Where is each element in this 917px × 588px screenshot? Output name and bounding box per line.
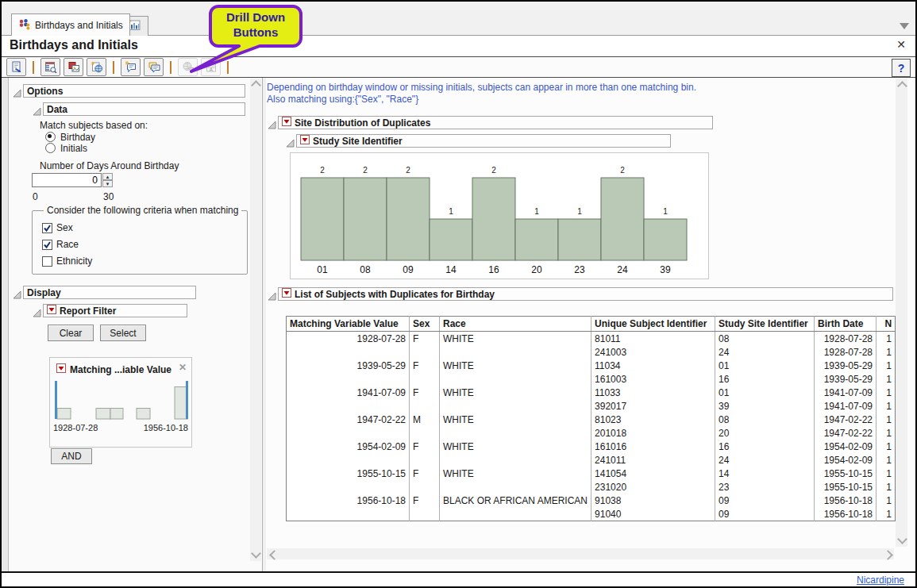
svg-text:1: 1: [449, 207, 453, 216]
right-panel-vscrollbar[interactable]: [896, 79, 907, 547]
workspace-menu-arrow-icon[interactable]: [900, 23, 909, 29]
table-row[interactable]: 1956-10-18FBLACK OR AFRICAN AMERICAN9103…: [287, 494, 896, 507]
outline-options[interactable]: Options: [23, 84, 245, 98]
table-row[interactable]: 1947-02-22MWHITE81023081947-02-221: [287, 413, 896, 426]
col-header-unique-subject-identifier[interactable]: Unique Subject Identifier: [591, 317, 715, 332]
checkbox-label: Ethnicity: [56, 256, 92, 267]
table-cell: 91040: [591, 507, 715, 521]
scroll-down-icon[interactable]: [251, 548, 261, 559]
table-row[interactable]: 241003241928-07-281: [287, 345, 896, 359]
collapse-triangle-icon[interactable]: [286, 136, 295, 145]
clear-button[interactable]: Clear: [48, 325, 94, 341]
and-button[interactable]: AND: [51, 448, 92, 464]
table-cell: 1: [877, 494, 896, 507]
outline-list-of-subjects[interactable]: List of Subjects with Duplicates for Bir…: [278, 287, 893, 301]
right-panel-hscrollbar[interactable]: [267, 548, 894, 559]
col-header-matching-variable-value[interactable]: Matching Variable Value: [287, 317, 410, 332]
remove-filter-icon[interactable]: ✕: [179, 362, 187, 373]
checkbox-ethnicity[interactable]: Ethnicity: [42, 256, 247, 266]
spinner-up-icon[interactable]: ▲: [102, 173, 113, 180]
table-row[interactable]: 201018201947-02-221: [287, 426, 896, 440]
table-cell: [410, 399, 440, 413]
red-triangle-menu-icon[interactable]: [47, 305, 56, 317]
checkbox-label: Race: [56, 239, 79, 250]
table-cell: 1956-10-18: [287, 494, 410, 507]
scroll-left-icon[interactable]: [269, 550, 279, 560]
days-min-label: 0: [33, 191, 38, 202]
scroll-right-icon[interactable]: [883, 550, 893, 560]
table-row[interactable]: 1954-02-09FWHITE161016161954-02-091: [287, 440, 896, 453]
collapse-triangle-icon[interactable]: [33, 306, 41, 315]
help-button[interactable]: ?: [892, 59, 911, 77]
red-triangle-menu-icon[interactable]: [282, 117, 291, 129]
drill-down-filter-icon[interactable]: [178, 58, 198, 76]
col-header-study-site-identifier[interactable]: Study Site Identifier: [715, 317, 815, 332]
outline-study-site-identifier[interactable]: Study Site Identifier: [296, 134, 671, 148]
checkbox-icon[interactable]: [42, 240, 52, 249]
checkbox-icon[interactable]: [42, 223, 52, 233]
add-note-icon[interactable]: [121, 58, 141, 76]
report-view-icon[interactable]: [40, 58, 60, 76]
collapse-triangle-icon[interactable]: [33, 105, 41, 113]
checkbox-sex[interactable]: Sex: [42, 222, 247, 233]
scroll-up-icon[interactable]: [897, 81, 907, 91]
table-cell: 1: [877, 345, 896, 359]
radio-label: Initials: [60, 143, 87, 154]
red-triangle-menu-icon[interactable]: [300, 135, 310, 147]
table-cell: F: [410, 440, 440, 453]
publish-icon[interactable]: [87, 58, 106, 76]
selection-handle: [186, 381, 188, 419]
radio-icon[interactable]: [45, 132, 56, 142]
table-row[interactable]: 1955-10-15FWHITE141054141955-10-151: [287, 467, 896, 480]
table-row[interactable]: 231020231955-10-151: [287, 480, 896, 494]
table-cell: 1: [877, 426, 896, 440]
outline-display[interactable]: Display: [23, 286, 196, 299]
scroll-up-icon[interactable]: [251, 80, 261, 90]
table-row[interactable]: 1939-05-29FWHITE11034011939-05-291: [287, 359, 896, 372]
red-triangle-menu-icon[interactable]: [56, 363, 66, 375]
table-row[interactable]: 1928-07-28FWHITE81011081928-07-281: [287, 332, 896, 346]
col-header-race[interactable]: Race: [440, 317, 591, 332]
col-header-birth-date[interactable]: Birth Date: [815, 317, 877, 332]
site-histogram[interactable]: 201208209114216120123224139: [291, 153, 707, 277]
outline-site-distribution[interactable]: Site Distribution of Duplicates: [278, 116, 713, 129]
red-triangle-menu-icon[interactable]: [282, 288, 291, 300]
outline-data[interactable]: Data: [43, 102, 245, 116]
left-panel-scrollbar[interactable]: [250, 79, 261, 561]
show-notes-icon[interactable]: [144, 58, 164, 76]
drill-down-report-icon[interactable]: A: [201, 58, 221, 76]
study-link[interactable]: Nicardipine: [857, 575, 904, 586]
svg-text:1: 1: [534, 207, 539, 216]
save-image-icon[interactable]: [64, 58, 83, 76]
table-row[interactable]: 161003161939-05-291: [287, 372, 896, 386]
collapse-triangle-icon[interactable]: [13, 288, 21, 297]
table-row[interactable]: 241011241954-02-091: [287, 453, 896, 467]
radio-icon[interactable]: [45, 143, 56, 153]
close-icon[interactable]: ✕: [896, 38, 906, 51]
collapse-triangle-icon[interactable]: [268, 118, 276, 127]
filter-histogram[interactable]: [53, 379, 188, 421]
table-row[interactable]: 91040091956-10-181: [287, 507, 896, 521]
table-row[interactable]: 392017391941-07-091: [287, 399, 896, 413]
tab-birthdays-and-initials[interactable]: Birthdays and Initials: [11, 13, 130, 36]
col-header-n[interactable]: N: [877, 317, 896, 332]
col-header-sex[interactable]: Sex: [410, 317, 440, 332]
outline-report-filter[interactable]: Report Filter: [43, 304, 187, 317]
days-input[interactable]: [32, 173, 102, 187]
new-window-icon[interactable]: [6, 58, 26, 76]
scroll-down-icon[interactable]: [897, 534, 907, 544]
spinner-down-icon[interactable]: ▼: [102, 180, 113, 187]
radio-initials[interactable]: Initials: [45, 143, 95, 153]
duplicates-table[interactable]: Matching Variable ValueSexRaceUnique Sub…: [286, 316, 896, 521]
radio-birthday[interactable]: Birthday: [45, 132, 95, 142]
select-button[interactable]: Select: [100, 325, 146, 341]
table-row[interactable]: 1941-07-09FWHITE11033011941-07-091: [287, 386, 896, 399]
collapse-triangle-icon[interactable]: [268, 290, 276, 298]
bar-23: [558, 219, 601, 260]
bar-09: [387, 178, 430, 260]
checkbox-icon[interactable]: [42, 256, 52, 266]
table-cell: M: [410, 413, 440, 426]
checkbox-race[interactable]: Race: [42, 239, 247, 249]
collapse-triangle-icon[interactable]: [13, 86, 21, 95]
table-cell: 1956-10-18: [815, 494, 877, 507]
